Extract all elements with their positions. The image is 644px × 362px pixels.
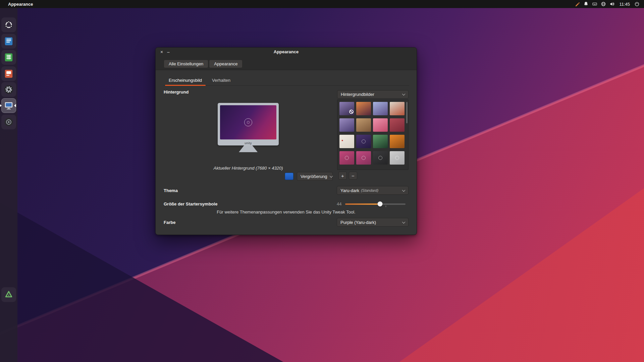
chevron-down-icon [402, 188, 406, 192]
wallpaper-thumb-1[interactable] [339, 102, 354, 115]
background-preview: unity [218, 103, 279, 152]
wallpaper-thumb-3[interactable] [373, 102, 388, 115]
wallpaper-grid: ● [339, 102, 406, 165]
wallpaper-thumb-14[interactable] [356, 151, 371, 165]
volume-icon[interactable] [608, 0, 616, 8]
settings-gear-icon [4, 84, 14, 95]
thumb-logo-mark: ● [341, 139, 343, 142]
input-method-icon[interactable] [590, 0, 599, 8]
wallpaper-thumb-5[interactable] [339, 118, 354, 132]
launcher-item-trash[interactable] [1, 287, 16, 302]
color-select[interactable]: Purple (Yaru-dark) [337, 218, 409, 227]
monitor-screen [220, 105, 276, 139]
wallpaper-thumb-7[interactable] [373, 118, 388, 132]
slider-default-tick [386, 205, 386, 207]
zoom-dropdown[interactable]: Vergrößerung [297, 172, 333, 181]
all-settings-button[interactable]: Alle Einstellungen [164, 60, 208, 68]
color-label: Farbe [164, 220, 175, 225]
monitor-stand [239, 145, 258, 152]
chevron-down-icon [402, 92, 406, 96]
theme-select-value: Yaru-dark [340, 188, 359, 193]
pen-icon[interactable] [573, 0, 582, 8]
appearance-display-icon [4, 101, 14, 111]
appearance-window: × − Appearance Alle Einstellungen Appear… [155, 47, 417, 235]
color-select-value: Purple (Yaru-dark) [340, 220, 400, 225]
tweak-tool-note: Für weitere Themenanpassungen verwenden … [156, 209, 417, 215]
focused-arrow-icon [14, 104, 16, 107]
launcher-size-label: Größe der Startersymbole [164, 201, 217, 206]
wallpaper-thumb-16[interactable] [390, 151, 405, 165]
writer-icon [4, 36, 14, 46]
appearance-nav-button[interactable]: Appearance [209, 60, 243, 68]
background-color-swatch[interactable] [285, 173, 293, 180]
tab-verhalten[interactable]: Verhalten [207, 76, 235, 85]
wallpaper-thumb-6[interactable] [356, 118, 371, 132]
launcher-item-impress[interactable] [1, 66, 16, 81]
wallpaper-thumb-8[interactable] [390, 118, 405, 132]
theme-select[interactable]: Yaru-dark (Standard) [337, 186, 409, 195]
wallpaper-thumb-11[interactable] [373, 135, 388, 148]
calc-icon [4, 52, 14, 62]
settings-breadcrumb: Alle Einstellungen Appearance [164, 60, 243, 68]
wallpaper-thumb-10[interactable] [356, 135, 371, 148]
impress-icon [4, 69, 14, 79]
slider-fill [345, 203, 380, 205]
thumb-swirl-icon [378, 156, 382, 160]
thumb-swirl-icon [362, 139, 366, 143]
tab-erscheinungsbild[interactable]: Erscheinungsbild [164, 76, 207, 85]
wallpaper-thumb-13[interactable] [339, 151, 354, 165]
chevron-down-icon [329, 174, 333, 178]
power-icon[interactable] [633, 0, 641, 8]
clock[interactable]: 11:45 [616, 2, 633, 7]
panel-app-title: Appearance [8, 2, 33, 7]
blocked-cursor-icon [349, 110, 354, 114]
window-header: × − Appearance Alle Einstellungen Appear… [156, 48, 417, 70]
slider-handle[interactable] [378, 201, 383, 206]
wallpaper-panel: ● [337, 100, 409, 170]
unity-launcher [0, 8, 17, 362]
wallpaper-source-select[interactable]: Hintergrundbilder [337, 90, 409, 99]
wallpaper-thumb-4[interactable] [390, 102, 405, 115]
launcher-item-lens[interactable] [1, 115, 16, 129]
ubuntu-logo-icon [4, 20, 13, 29]
bell-icon[interactable] [582, 0, 590, 8]
wallpaper-thumb-12[interactable] [390, 135, 405, 148]
launcher-item-settings[interactable] [1, 82, 16, 97]
window-title: Appearance [156, 49, 417, 54]
background-section-label: Hintergrund [164, 89, 189, 95]
titlebar[interactable]: × − Appearance [156, 48, 417, 57]
current-background-caption: Aktueller Hintergrund (7680 × 4320) [164, 166, 333, 171]
theme-label: Thema [164, 188, 178, 193]
launcher-item-ubuntu[interactable] [1, 17, 16, 32]
wallpaper-thumb-9[interactable]: ● [339, 135, 354, 148]
monitor-frame: unity [218, 103, 279, 145]
trash-recycle-icon [4, 290, 13, 299]
wallpaper-thumb-15[interactable] [373, 151, 388, 165]
chevron-down-icon [402, 220, 406, 224]
ubuntu-swirl-icon [244, 118, 252, 126]
launcher-item-writer[interactable] [1, 34, 16, 49]
zoom-dropdown-label: Vergrößerung [301, 174, 327, 179]
monitor-brand-label: unity [218, 141, 279, 145]
launcher-item-appearance[interactable] [1, 98, 16, 113]
tab-bar: Erscheinungsbild Verhalten [164, 76, 409, 86]
wallpaper-scrollbar[interactable] [406, 102, 408, 123]
add-wallpaper-button[interactable]: + [338, 172, 347, 180]
remove-wallpaper-button[interactable]: − [349, 172, 357, 180]
thumb-swirl-icon [362, 156, 366, 160]
launcher-size-slider[interactable] [345, 201, 406, 207]
launcher-item-calc[interactable] [1, 50, 16, 65]
launcher-size-value: 44 [337, 201, 341, 206]
wallpaper-thumb-2[interactable] [356, 102, 371, 115]
wallpaper-source-label: Hintergrundbilder [341, 92, 400, 97]
theme-select-suffix: (Standard) [361, 188, 400, 192]
globe-icon[interactable] [599, 0, 608, 8]
top-panel: Appearance 11:45 [0, 0, 644, 8]
thumb-swirl-icon [345, 156, 349, 160]
running-pip-icon [0, 104, 2, 107]
lens-icon [4, 117, 14, 127]
thumb-swirl-icon [395, 156, 399, 160]
